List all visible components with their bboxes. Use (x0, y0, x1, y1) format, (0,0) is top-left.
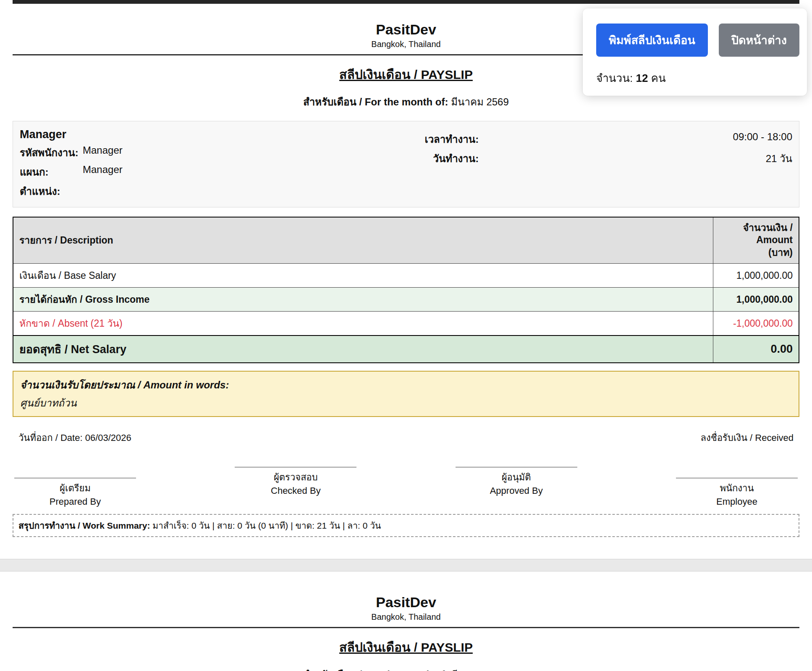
amount-column-header: จำนวนเงิน / Amount (บาท) (713, 217, 799, 264)
close-window-button[interactable]: ปิดหน้าต่าง (719, 24, 799, 57)
row-amount: 0.00 (713, 336, 799, 363)
payslip-table: รายการ / Description จำนวนเงิน / Amount … (13, 217, 799, 364)
work-days-label: วันทำงาน: (390, 150, 479, 167)
month-value: มีนาคม 2569 (451, 669, 509, 671)
signature-label-en: Prepared By (14, 496, 136, 507)
signature-label-en: Checked By (235, 485, 356, 496)
row-amount: 1,000,000.00 (713, 264, 799, 288)
employee-info-left: Manager รหัสพนักงาน: Manager แผนก: Manag… (20, 128, 375, 199)
row-description: ยอดสุทธิ / Net Salary (13, 336, 713, 363)
signature-block-approved: ผู้อนุมัติ Approved By (456, 467, 577, 496)
signature-label-thai: ผู้ตรวจสอบ (235, 470, 356, 485)
row-description: รายได้ก่อนหัก / Gross Income (13, 288, 713, 312)
header-divider (13, 627, 799, 628)
work-hours-value: 09:00 - 18:00 (479, 131, 792, 147)
action-panel-buttons: พิมพ์สลีปเงินเดือน ปิดหน้าต่าง (596, 24, 793, 57)
signature-line (14, 478, 136, 478)
company-header: PasitDev Bangkok, Thailand (13, 593, 799, 622)
amount-header-line1: จำนวนเงิน / Amount (743, 222, 793, 246)
amount-in-words-label: จำนวนเงินรับโดยประมาณ / Amount in words: (20, 377, 792, 393)
signature-row: ผู้เตรียม Prepared By ผู้ตรวจสอบ Checked… (13, 478, 799, 507)
month-line: สำหรับเดือน / For the month of: มีนาคม 2… (13, 666, 799, 671)
position-row: ตำแหน่ง: (20, 183, 375, 199)
page-top-border (13, 0, 799, 4)
department-value: Manager (83, 164, 375, 180)
action-panel: พิมพ์สลีปเงินเดือน ปิดหน้าต่าง จำนวน: 12… (583, 8, 807, 96)
employee-id-row: รหัสพนักงาน: Manager (20, 144, 375, 161)
amount-in-words-value: ศูนย์บาทถ้วน (20, 395, 792, 411)
amount-in-words-box: จำนวนเงินรับโดยประมาณ / Amount in words:… (13, 371, 799, 417)
work-days-row: วันทำงาน: 21 วัน (390, 150, 792, 167)
received-label: ลงชื่อรับเงิน / Received (700, 430, 794, 445)
signature-label-thai: ผู้เตรียม (14, 481, 136, 495)
work-summary-box: สรุปการทำงาน / Work Summary: มาสำเร็จ: 0… (13, 514, 799, 537)
month-label: สำหรับเดือน / For the month of: (303, 669, 448, 671)
month-value: มีนาคม 2569 (451, 96, 509, 107)
work-hours-label: เวลาทำงาน: (390, 131, 479, 147)
signature-label-thai: ผู้อนุมัติ (456, 470, 577, 485)
employee-name: Manager (20, 128, 375, 141)
signature-block-prepared: ผู้เตรียม Prepared By (14, 478, 136, 507)
work-summary-value: มาสำเร็จ: 0 วัน | สาย: 0 วัน (0 นาที) | … (152, 521, 381, 530)
position-label: ตำแหน่ง: (20, 183, 83, 199)
table-row-net-salary: ยอดสุทธิ / Net Salary 0.00 (13, 336, 799, 363)
month-line: สำหรับเดือน / For the month of: มีนาคม 2… (13, 94, 799, 110)
row-amount: 1,000,000.00 (713, 288, 799, 312)
row-description: หักขาด / Absent (21 วัน) (13, 312, 713, 336)
employee-count-label: จำนวน: (596, 72, 633, 84)
employee-count: จำนวน: 12 คน (596, 69, 793, 86)
signature-line (676, 478, 798, 478)
company-name: PasitDev (13, 593, 799, 611)
description-column-header: รายการ / Description (13, 217, 713, 264)
signature-block-checked: ผู้ตรวจสอบ Checked By (235, 467, 356, 496)
payslip-page-2: PasitDev Bangkok, Thailand สลีปเงินเดือน… (0, 571, 812, 671)
payslip-title: สลีปเงินเดือน / PAYSLIP (13, 637, 799, 657)
signature-block-employee: พนักงาน Employee (676, 478, 798, 507)
department-label: แผนก: (20, 164, 83, 180)
work-summary-label: สรุปการทำงาน / Work Summary: (18, 521, 150, 530)
row-amount: -1,000,000.00 (713, 312, 799, 336)
issue-date-value: 06/03/2026 (85, 432, 131, 443)
table-row-absent-deduction: หักขาด / Absent (21 วัน) -1,000,000.00 (13, 312, 799, 336)
employee-info-right: เวลาทำงาน: 09:00 - 18:00 วันทำงาน: 21 วั… (390, 128, 792, 199)
signature-label-thai: พนักงาน (676, 481, 798, 495)
position-value (83, 183, 375, 199)
month-label: สำหรับเดือน / For the month of: (303, 96, 448, 107)
row-description: เงินเดือน / Base Salary (13, 264, 713, 288)
signature-line (235, 467, 356, 467)
signature-line (456, 467, 577, 467)
employee-count-unit: คน (651, 72, 666, 84)
page-divider (0, 559, 812, 571)
issue-date: วันที่ออก / Date: 06/03/2026 (18, 430, 131, 445)
work-hours-row: เวลาทำงาน: 09:00 - 18:00 (390, 131, 792, 147)
table-row-gross-income: รายได้ก่อนหัก / Gross Income 1,000,000.0… (13, 288, 799, 312)
signature-label-en: Employee (676, 496, 798, 507)
employee-id-value: Manager (83, 144, 375, 161)
table-header-row: รายการ / Description จำนวนเงิน / Amount … (13, 217, 799, 264)
print-payslip-button[interactable]: พิมพ์สลีปเงินเดือน (596, 24, 708, 57)
employee-id-label: รหัสพนักงาน: (20, 144, 83, 161)
employee-info-box: Manager รหัสพนักงาน: Manager แผนก: Manag… (13, 121, 799, 207)
employee-count-value: 12 (636, 72, 648, 84)
amount-header-line2: (บาท) (768, 247, 793, 258)
signature-label-en: Approved By (456, 485, 577, 496)
department-row: แผนก: Manager (20, 164, 375, 180)
issue-date-label: วันที่ออก / Date: (18, 432, 83, 443)
company-location: Bangkok, Thailand (13, 612, 799, 622)
date-received-row: วันที่ออก / Date: 06/03/2026 ลงชื่อรับเง… (13, 430, 799, 445)
work-days-value: 21 วัน (479, 150, 792, 167)
table-row: เงินเดือน / Base Salary 1,000,000.00 (13, 264, 799, 288)
